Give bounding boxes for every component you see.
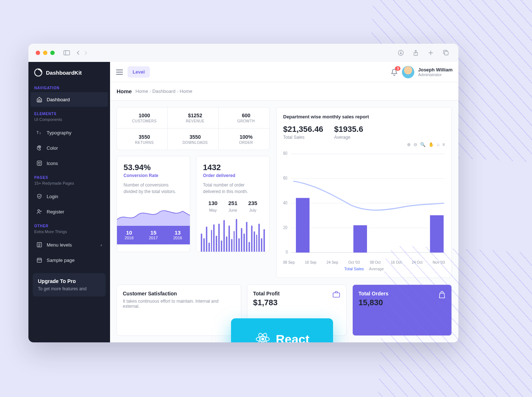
sidebar-item-label: Dashboard (47, 97, 70, 102)
svg-text:80: 80 (283, 150, 287, 156)
stat-revenue: $1252REVENUE (168, 107, 218, 129)
svg-rect-49 (296, 198, 309, 252)
close-window[interactable] (36, 51, 40, 55)
chart-toolbar: ⊕ ⊖ 🔍 ✋ ⌂ ≡ (283, 142, 445, 147)
upgrade-title: Upgrade To Pro (38, 278, 76, 284)
stat-label: RETURNS (135, 141, 154, 145)
section-subtitle: UI Components (28, 117, 110, 125)
upgrade-card[interactable]: Upgrade To Pro To get more features and (33, 273, 106, 296)
sidebar-item-label: Login (47, 194, 58, 199)
sidebar-item-menu-levels[interactable]: Menu levels› (31, 237, 108, 252)
menu-icon[interactable]: ≡ (442, 142, 445, 147)
sidebar-toggle-icon[interactable] (63, 50, 70, 55)
tabs-icon[interactable] (443, 50, 449, 56)
svg-text:T: T (39, 132, 41, 135)
sidebar-item-sample-page[interactable]: Sample page (31, 253, 108, 267)
svg-point-11 (39, 146, 40, 147)
breadcrumb-item[interactable]: Home (136, 89, 148, 94)
sidebar-item-label: Icons (47, 161, 58, 166)
x-label: 24 Oct (412, 260, 422, 264)
x-label: 24 Sep (326, 260, 338, 264)
section-title: NAVIGATION (28, 82, 110, 91)
zoom-in-icon[interactable]: ⊕ (407, 142, 411, 147)
react-label: React (276, 332, 310, 343)
stat-value: 3550 (139, 134, 150, 140)
report-total: $21,356.46 (283, 125, 323, 134)
year-stat: 102018 (125, 229, 133, 240)
stat-label: CUSTOMERS (132, 119, 157, 123)
year-stat: 152017 (149, 229, 158, 240)
svg-rect-50 (353, 225, 367, 252)
notifications-button[interactable]: 3 (391, 68, 398, 76)
orders-sparkline (196, 219, 269, 252)
sidebar-item-label: Menu levels (47, 242, 72, 248)
sidebar-item-color[interactable]: Color (31, 141, 108, 155)
section-title: OTHER (28, 220, 110, 229)
content: 1000CUSTOMERS$1252REVENUE600GROWTH3550RE… (110, 101, 458, 342)
breadcrumb: Home Home › Dashboard › Home (110, 82, 458, 101)
total-orders-value: 15,830 (359, 298, 388, 307)
section-subtitle: Extra More Things (28, 229, 110, 237)
page-title: Home (117, 88, 132, 94)
sidebar-item-login[interactable]: Login (31, 189, 108, 204)
stat-label: REVENUE (186, 119, 204, 123)
report-avg-label: Average (334, 135, 363, 140)
svg-rect-0 (64, 51, 70, 55)
window-chrome (28, 44, 458, 62)
traffic-lights (36, 51, 55, 55)
report-total-label: Total Sales (283, 135, 323, 140)
sidebar-item-icons[interactable]: Icons (31, 156, 108, 170)
emoji-icon (36, 160, 42, 166)
maximize-window[interactable] (50, 51, 55, 55)
level-button[interactable]: Level (128, 66, 150, 78)
x-label: 16 Oct (391, 260, 402, 264)
download-icon[interactable] (398, 50, 404, 56)
section-subtitle: 15+ Redymade Pages (28, 181, 110, 188)
home-icon[interactable]: ⌂ (437, 142, 439, 147)
zoom-icon[interactable]: 🔍 (420, 142, 426, 147)
pan-icon[interactable]: ✋ (429, 142, 434, 147)
breadcrumb-item[interactable]: Dashboard (152, 89, 176, 94)
sidebar-item-register[interactable]: Register (31, 204, 108, 219)
shield-icon (36, 193, 42, 199)
menu-icon[interactable] (116, 70, 123, 75)
avatar (402, 66, 414, 78)
brand-name: DashboardKit (46, 70, 82, 76)
sidebar-item-typography[interactable]: TTTypography (31, 125, 108, 140)
sidebar-item-dashboard[interactable]: Dashboard (31, 92, 108, 107)
profit-title: Total Profit (253, 291, 280, 296)
total-orders-title: Total Orders (359, 291, 388, 296)
svg-text:20: 20 (283, 224, 287, 230)
logo-icon (34, 68, 42, 76)
share-icon[interactable] (413, 50, 418, 56)
sidebar-item-label: Color (47, 145, 58, 151)
minimize-window[interactable] (43, 51, 47, 55)
notification-badge: 3 (395, 66, 400, 71)
report-card: Department wise monthly sales report $21… (276, 107, 452, 278)
conversion-value: 53.94% (124, 163, 183, 172)
zoom-out-icon[interactable]: ⊖ (414, 142, 417, 147)
breadcrumb-item[interactable]: Home (180, 89, 192, 94)
svg-text:0: 0 (286, 249, 288, 255)
svg-point-53 (262, 338, 264, 340)
forward-icon[interactable] (84, 50, 87, 55)
satisfaction-card: Customer Satisfaction It takes continuou… (117, 284, 241, 336)
month-stat: 251June (228, 200, 237, 213)
sidebar: DashboardKit NAVIGATIONDashboardELEMENTS… (28, 62, 110, 342)
plus-icon[interactable] (428, 50, 434, 56)
back-icon[interactable] (77, 50, 80, 55)
react-icon (255, 331, 271, 342)
app-window: DashboardKit NAVIGATIONDashboardELEMENTS… (28, 44, 458, 342)
brand[interactable]: DashboardKit (28, 62, 110, 82)
legend-total-sales: Total Sales (344, 267, 364, 271)
react-badge: React (231, 318, 333, 342)
svg-text:40: 40 (283, 200, 287, 205)
section-title: PAGES (28, 171, 110, 181)
report-avg: $1935.6 (334, 125, 363, 134)
svg-point-15 (40, 162, 40, 163)
svg-rect-13 (37, 161, 42, 165)
month-stat: 235July (248, 200, 257, 213)
x-label: 08 Sep (283, 260, 295, 264)
user-menu[interactable]: Joseph William Administrator (402, 66, 453, 78)
satisfaction-title: Customer Satisfaction (123, 291, 235, 296)
